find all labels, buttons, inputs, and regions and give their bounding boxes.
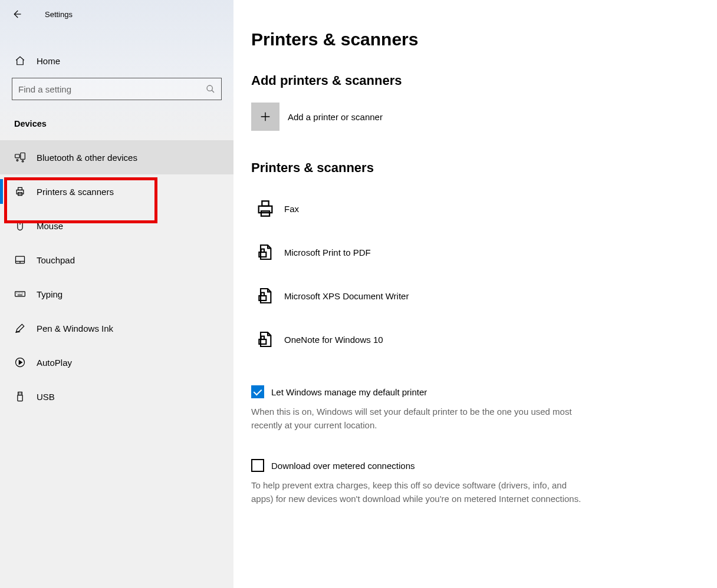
nav-bluetooth[interactable]: Bluetooth & other devices [0, 140, 233, 174]
svg-rect-1 [15, 154, 20, 158]
search-box[interactable] [12, 78, 222, 100]
svg-rect-22 [261, 336, 264, 339]
printer-label: Microsoft XPS Document Writer [284, 291, 409, 301]
metered-setting: Download over metered connections To hel… [251, 459, 581, 506]
printer-label: Microsoft Print to PDF [284, 247, 371, 257]
svg-point-4 [22, 160, 24, 162]
svg-rect-16 [261, 211, 269, 216]
default-printer-checkbox[interactable] [251, 385, 264, 398]
svg-rect-13 [18, 395, 22, 401]
printer-item-onenote[interactable]: OneNote for Windows 10 [251, 321, 699, 358]
virtual-printer-icon [251, 238, 279, 266]
nav-label: Typing [37, 289, 63, 299]
printer-label: Fax [284, 204, 299, 214]
default-printer-help: When this is on, Windows will set your d… [251, 405, 581, 432]
nav-typing[interactable]: Typing [0, 277, 233, 311]
svg-rect-2 [21, 153, 25, 160]
svg-rect-6 [18, 187, 22, 190]
nav-touchpad[interactable]: Touchpad [0, 243, 233, 277]
nav-label: Mouse [37, 221, 63, 231]
svg-point-0 [207, 85, 212, 91]
printer-device-icon [251, 194, 279, 223]
add-printer-button[interactable]: Add a printer or scanner [251, 103, 699, 131]
printer-item-fax[interactable]: Fax [251, 190, 699, 227]
home-link[interactable]: Home [0, 44, 233, 78]
section-label: Devices [0, 112, 233, 140]
svg-rect-18 [261, 249, 264, 252]
bluetooth-devices-icon [14, 151, 26, 163]
svg-rect-5 [17, 190, 24, 194]
back-arrow-icon [11, 9, 22, 19]
svg-rect-20 [261, 293, 264, 296]
default-printer-setting: Let Windows manage my default printer Wh… [251, 385, 581, 432]
svg-rect-15 [262, 201, 268, 206]
back-button[interactable] [7, 5, 26, 24]
search-input[interactable] [18, 84, 206, 94]
nav-label: Bluetooth & other devices [37, 153, 137, 163]
nav-label: Touchpad [37, 255, 75, 265]
plus-icon-box [251, 103, 279, 131]
nav-label: Printers & scanners [37, 187, 114, 197]
sidebar: Settings Home Devices Bluetooth & other … [0, 0, 233, 588]
printer-item-xps[interactable]: Microsoft XPS Document Writer [251, 277, 699, 315]
main-content: Printers & scanners Add printers & scann… [233, 0, 717, 588]
svg-rect-10 [15, 292, 25, 296]
nav-list: Bluetooth & other devices Printers & sca… [0, 140, 233, 414]
search-icon [206, 84, 215, 94]
nav-mouse[interactable]: Mouse [0, 209, 233, 243]
printer-icon [14, 186, 26, 197]
sidebar-header: Settings [0, 2, 233, 26]
page-title: Printers & scanners [251, 29, 699, 49]
plus-icon [259, 110, 272, 123]
printer-label: OneNote for Windows 10 [284, 335, 383, 345]
autoplay-icon [14, 356, 26, 368]
default-printer-label: Let Windows manage my default printer [271, 387, 427, 397]
virtual-printer-icon [251, 282, 279, 310]
default-printer-checkbox-row[interactable]: Let Windows manage my default printer [251, 385, 581, 398]
svg-rect-12 [18, 392, 22, 395]
home-icon [14, 55, 26, 67]
pen-icon [14, 322, 26, 334]
keyboard-icon [14, 288, 26, 300]
nav-usb[interactable]: USB [0, 379, 233, 414]
svg-point-3 [17, 160, 18, 161]
nav-label: Pen & Windows Ink [37, 323, 113, 333]
metered-checkbox[interactable] [251, 459, 264, 472]
metered-checkbox-row[interactable]: Download over metered connections [251, 459, 581, 472]
mouse-icon [14, 220, 26, 232]
metered-label: Download over metered connections [271, 461, 415, 471]
add-printer-label: Add a printer or scanner [288, 112, 383, 122]
nav-label: AutoPlay [37, 358, 72, 368]
usb-icon [14, 391, 26, 402]
virtual-printer-icon [251, 325, 279, 354]
nav-pen-ink[interactable]: Pen & Windows Ink [0, 311, 233, 345]
list-section-title: Printers & scanners [251, 160, 699, 176]
printer-item-pdf[interactable]: Microsoft Print to PDF [251, 233, 699, 271]
add-section-title: Add printers & scanners [251, 73, 699, 88]
app-title: Settings [45, 10, 73, 19]
nav-printers-scanners[interactable]: Printers & scanners [0, 174, 233, 209]
touchpad-icon [14, 254, 26, 266]
home-label: Home [37, 56, 60, 66]
metered-help: To help prevent extra charges, keep this… [251, 479, 581, 506]
nav-autoplay[interactable]: AutoPlay [0, 345, 233, 379]
nav-label: USB [37, 392, 55, 402]
